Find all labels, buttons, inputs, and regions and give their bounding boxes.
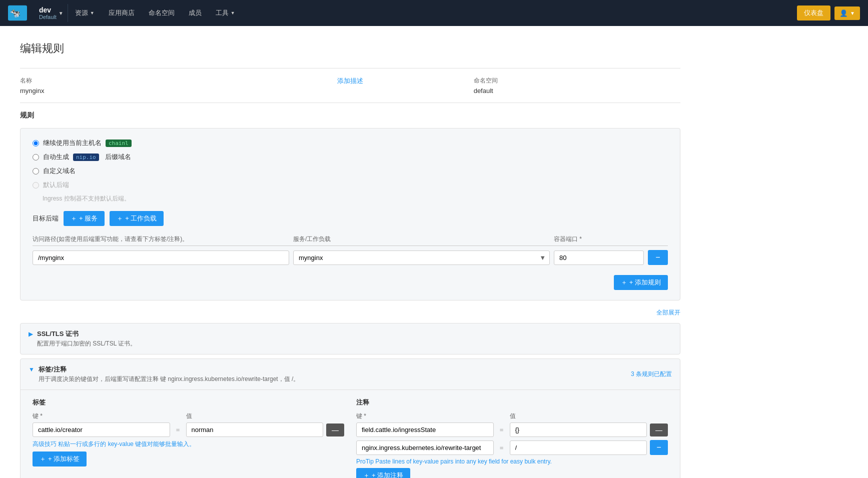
- radio-auto-generate: 自动生成 nip.io 后缀域名: [33, 152, 668, 162]
- annotation-key-input-0[interactable]: [356, 422, 494, 437]
- annotation-row-1: = −: [356, 440, 668, 455]
- ssl-title: SSL/TLS 证书: [37, 330, 136, 338]
- advanced-tip-link[interactable]: 高级技巧 粘贴一行或多行的 key-value 键值对能够批量输入。: [33, 440, 344, 448]
- label-value-input-0[interactable]: [186, 422, 324, 437]
- radio-default-backend-input[interactable]: [33, 182, 39, 188]
- dashboard-button[interactable]: 仪表盘: [797, 6, 830, 20]
- annotations-header-text: 标签/注释 用于调度决策的键值对，后端重写请配置注释 键 nginx.ingre…: [39, 365, 299, 384]
- expand-all-link[interactable]: 全部展开: [20, 308, 680, 317]
- ssl-header-left: ▶ SSL/TLS 证书 配置用于端口加密的 SSL/TSL 证书。: [29, 330, 136, 348]
- remove-annotation-button-0[interactable]: —: [650, 424, 668, 436]
- add-label-button[interactable]: ＋ + 添加标签: [33, 452, 87, 466]
- path-column-header: 访问路径(如需使用后端重写功能，请查看下方标签/注释)。: [33, 235, 289, 244]
- nav-menu: 资源 ▼ 应用商店 命名空间 成员 工具 ▼: [68, 0, 797, 26]
- port-column-header: 容器端口 *: [554, 235, 644, 244]
- service-select[interactable]: mynginx: [293, 250, 550, 265]
- radio-keep-hostname-label[interactable]: 继续使用当前主机名: [43, 138, 102, 148]
- nav-right: 仪表盘 👤 ▼: [797, 6, 860, 20]
- radio-keep-hostname: 继续使用当前主机名 chainl: [33, 138, 668, 148]
- radio-custom-domain-label[interactable]: 自定义域名: [43, 166, 76, 176]
- ssl-collapse-arrow-icon: ▶: [29, 330, 33, 338]
- annotations-desc: 用于调度决策的键值对，后端重写请配置注释 键 nginx.ingress.kub…: [39, 375, 299, 384]
- chevron-down-icon-tools: ▼: [231, 10, 235, 16]
- labels-value-header: 值: [186, 412, 324, 420]
- path-input[interactable]: [33, 250, 289, 265]
- name-field: 名称 mynginx: [20, 76, 227, 94]
- label-key-input-0[interactable]: [33, 422, 170, 437]
- svg-text:🐄: 🐄: [10, 8, 21, 18]
- add-workload-button[interactable]: ＋ + 工作负载: [110, 211, 164, 226]
- annotation-value-input-1[interactable]: [510, 440, 647, 455]
- nav-env-selector[interactable]: dev Default ▼: [35, 4, 68, 22]
- radio-default-backend: 默认后端: [33, 180, 668, 190]
- top-nav: 🐄 dev Default ▼ 资源 ▼ 应用商店 命名空间 成员 工具 ▼ 仪…: [0, 0, 868, 26]
- namespace-field: 命名空间 default: [474, 76, 680, 94]
- add-rule-row: ＋ + 添加规则: [33, 275, 668, 290]
- annotations-kv-header: 键 * 值: [356, 412, 668, 420]
- target-backends-label: 目标后端: [33, 214, 59, 223]
- hostname-radio-group: 继续使用当前主机名 chainl 自动生成 nip.io 后缀域名 自定义域名 …: [33, 138, 668, 203]
- annotations-section-header[interactable]: ▼ 标签/注释 用于调度决策的键值对，后端重写请配置注释 键 nginx.ing…: [21, 359, 680, 390]
- port-input[interactable]: [554, 250, 644, 265]
- service-select-wrapper: mynginx ▼: [293, 250, 550, 265]
- kv-equals-labels-0: =: [173, 426, 183, 434]
- page-title: 编辑规则: [20, 41, 680, 56]
- annotations-collapse-arrow-icon: ▼: [29, 366, 35, 373]
- name-label: 名称: [20, 76, 227, 85]
- protip-text: ProTip Paste lines of key-value pairs in…: [356, 458, 668, 465]
- annotation-key-input-1[interactable]: [356, 440, 494, 455]
- label-row-0: = —: [33, 422, 344, 437]
- service-column-header: 服务/工作负载: [293, 235, 550, 244]
- nav-item-tools[interactable]: 工具 ▼: [209, 0, 242, 26]
- annotations-col-title: 注释: [356, 398, 668, 407]
- nav-item-members[interactable]: 成员: [182, 0, 209, 26]
- hostname-badge-green: chainl: [106, 140, 132, 147]
- radio-default-backend-label: 默认后端: [43, 180, 69, 190]
- user-dropdown-icon: ▼: [850, 10, 855, 16]
- remove-annotation-button-1[interactable]: −: [650, 440, 668, 455]
- plus-icon: ＋: [621, 278, 627, 287]
- plus-annotation-icon: ＋: [363, 471, 370, 478]
- target-backends-row: 目标后端 ＋ + 服务 ＋ + 工作负载: [33, 211, 668, 226]
- labels-body: 标签 键 * 值 = — 高级技巧 粘贴一行或多行的 key-valu: [21, 390, 680, 478]
- add-rule-button[interactable]: ＋ + 添加规则: [614, 275, 668, 290]
- meta-divider: [20, 102, 680, 103]
- labels-kv-header: 键 * 值: [33, 412, 344, 420]
- rules-panel: 继续使用当前主机名 chainl 自动生成 nip.io 后缀域名 自定义域名 …: [20, 128, 680, 300]
- plus-label-icon: ＋: [40, 454, 46, 464]
- labels-col-title: 标签: [33, 398, 344, 407]
- add-service-button[interactable]: ＋ + 服务: [64, 211, 105, 226]
- plus-workload-icon: ＋: [117, 214, 123, 223]
- remove-label-button-0[interactable]: —: [326, 424, 344, 436]
- nav-item-appstore[interactable]: 应用商店: [102, 0, 142, 26]
- top-divider: [20, 68, 680, 68]
- annotation-value-input-0[interactable]: [510, 422, 647, 437]
- rules-table-header: 访问路径(如需使用后端重写功能，请查看下方标签/注释)。 服务/工作负载 容器端…: [33, 232, 668, 246]
- annotation-row-0: = —: [356, 422, 668, 437]
- annotations-column: 注释 键 * 值 = —: [356, 398, 668, 478]
- radio-auto-generate-input[interactable]: [33, 154, 39, 160]
- radio-keep-hostname-input[interactable]: [33, 140, 39, 146]
- annotations-value-header: 值: [510, 412, 647, 420]
- add-annotation-button[interactable]: ＋ + 添加注释: [356, 468, 410, 478]
- user-menu-button[interactable]: 👤 ▼: [834, 6, 860, 20]
- nav-item-namespace[interactable]: 命名空间: [142, 0, 182, 26]
- ssl-section-header[interactable]: ▶ SSL/TLS 证书 配置用于端口加密的 SSL/TSL 证书。: [21, 324, 680, 354]
- labels-grid: 标签 键 * 值 = — 高级技巧 粘贴一行或多行的 key-valu: [33, 398, 668, 478]
- name-value: mynginx: [20, 87, 227, 94]
- ssl-desc: 配置用于端口加密的 SSL/TSL 证书。: [37, 340, 136, 348]
- meta-row: 名称 mynginx 添加描述 命名空间 default: [20, 76, 680, 94]
- radio-custom-domain: 自定义域名: [33, 166, 668, 176]
- radio-custom-domain-input[interactable]: [33, 168, 39, 174]
- ssl-header-text: SSL/TLS 证书 配置用于端口加密的 SSL/TSL 证书。: [37, 330, 136, 348]
- chevron-down-icon: ▼: [90, 10, 95, 16]
- radio-auto-generate-label[interactable]: 自动生成: [43, 152, 69, 162]
- namespace-label: 命名空间: [474, 76, 680, 85]
- remove-rule-button[interactable]: −: [648, 250, 668, 265]
- annotations-section: ▼ 标签/注释 用于调度决策的键值对，后端重写请配置注释 键 nginx.ing…: [20, 358, 680, 478]
- nav-item-resources[interactable]: 资源 ▼: [68, 0, 102, 26]
- rules-table-row: mynginx ▼ −: [33, 248, 668, 267]
- nav-logo: 🐄: [8, 5, 27, 21]
- namespace-value: default: [474, 87, 680, 94]
- add-description-link[interactable]: 添加描述: [337, 77, 363, 84]
